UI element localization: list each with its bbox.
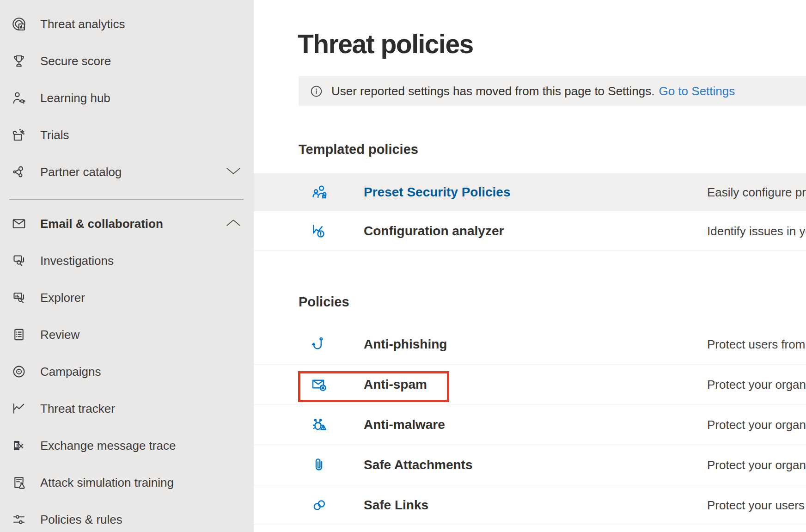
preset-security-icon — [310, 183, 329, 202]
anti-malware-bug-icon — [310, 416, 329, 434]
row-anti-phishing[interactable]: Anti-phishing Protect users from p — [254, 324, 806, 365]
chevron-up-icon[interactable] — [226, 219, 241, 229]
envelope-icon — [10, 215, 28, 232]
paperclip-icon — [310, 456, 329, 474]
trials-gift-icon — [10, 126, 28, 144]
sidebar-item-email-collaboration[interactable]: Email & collaboration — [0, 205, 254, 242]
row-safe-attachments[interactable]: Safe Attachments Protect your organiz — [254, 445, 806, 485]
row-description: Protect your organiz — [707, 418, 806, 432]
sidebar-item-threat-analytics[interactable]: Threat analytics — [0, 6, 254, 43]
sidebar-item-exchange-message-trace[interactable]: Exchange message trace — [0, 427, 254, 464]
info-banner: User reported settings has moved from th… — [299, 76, 806, 106]
chain-links-icon — [310, 496, 329, 514]
exchange-logo-icon — [10, 437, 28, 454]
partner-catalog-molecule-icon — [10, 163, 28, 181]
anti-malware-link[interactable]: Anti-malware — [364, 417, 445, 432]
row-anti-spam[interactable]: Anti-spam Protect your organiz — [254, 365, 806, 405]
anti-phishing-link[interactable]: Anti-phishing — [364, 337, 447, 352]
info-icon — [309, 84, 324, 98]
banner-message: User reported settings has moved from th… — [331, 84, 654, 98]
sidebar-item-attack-simulation-training[interactable]: Attack simulation training — [0, 464, 254, 501]
sidebar-item-threat-tracker[interactable]: Threat tracker — [0, 390, 254, 427]
trophy-icon — [10, 52, 28, 70]
preset-security-policies-link[interactable]: Preset Security Policies — [364, 185, 511, 200]
sidebar-item-policies-rules[interactable]: Policies & rules — [0, 501, 254, 532]
page-title: Threat policies — [298, 29, 473, 59]
threat-analytics-icon — [10, 15, 28, 33]
section-heading-policies: Policies — [299, 294, 349, 310]
row-description: Protect your users fr — [707, 498, 806, 512]
sidebar-item-trials[interactable]: Trials — [0, 116, 254, 153]
sidebar-divider — [9, 199, 244, 200]
row-configuration-analyzer[interactable]: Configuration analyzer Identify issues i… — [254, 211, 806, 251]
anti-spam-link[interactable]: Anti-spam — [364, 377, 427, 392]
learning-hub-person-icon — [10, 89, 28, 107]
row-preset-security-policies[interactable]: Preset Security Policies Easily configur… — [254, 173, 806, 211]
row-anti-malware[interactable]: Anti-malware Protect your organiz — [254, 405, 806, 445]
row-description: Protect your organiz — [707, 458, 806, 472]
row-description: Protect users from p — [707, 337, 806, 352]
safe-attachments-link[interactable]: Safe Attachments — [364, 458, 472, 472]
investigations-search-icon — [10, 252, 28, 269]
document-flask-icon — [10, 474, 28, 491]
chevron-down-icon[interactable] — [226, 167, 241, 177]
row-safe-links[interactable]: Safe Links Protect your users fr — [254, 485, 806, 525]
configuration-analyzer-icon — [310, 222, 329, 240]
sliders-icon — [10, 511, 28, 528]
anti-spam-envelope-icon — [310, 375, 329, 394]
sidebar-item-learning-hub[interactable]: Learning hub — [0, 79, 254, 116]
sidebar: Threat analytics Secure score Learning h… — [0, 0, 254, 532]
main-content: Threat policies User reported settings h… — [254, 0, 806, 532]
sidebar-item-explorer[interactable]: Explorer — [0, 279, 254, 316]
sidebar-item-investigations[interactable]: Investigations — [0, 242, 254, 279]
sidebar-item-review[interactable]: Review — [0, 316, 254, 353]
review-list-icon — [10, 326, 28, 343]
explorer-search-icon — [10, 289, 28, 306]
row-description: Protect your organiz — [707, 378, 806, 392]
configuration-analyzer-link[interactable]: Configuration analyzer — [364, 224, 504, 238]
anti-phishing-hook-icon — [310, 335, 329, 354]
row-description: Easily configure prot — [707, 185, 806, 200]
sidebar-item-campaigns[interactable]: Campaigns — [0, 353, 254, 390]
row-description: Identify issues in you — [707, 224, 806, 238]
go-to-settings-link[interactable]: Go to Settings — [659, 84, 735, 98]
line-chart-icon — [10, 400, 28, 417]
safe-links-link[interactable]: Safe Links — [364, 498, 428, 513]
section-heading-templated-policies: Templated policies — [299, 142, 418, 157]
sidebar-item-secure-score[interactable]: Secure score — [0, 43, 254, 79]
campaigns-target-icon — [10, 363, 28, 380]
sidebar-item-partner-catalog[interactable]: Partner catalog — [0, 153, 254, 190]
